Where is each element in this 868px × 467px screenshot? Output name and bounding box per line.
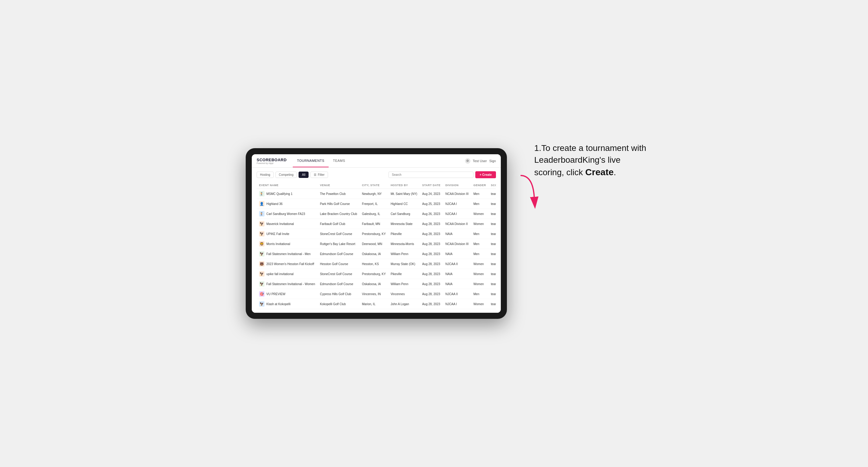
cell-division: NCAA Division III: [443, 189, 471, 199]
cell-hosted-by: Pikeville: [388, 229, 420, 239]
event-name-label: Fall Statesmen Invitational - Men: [266, 252, 311, 256]
cell-event-name: 🏌️ Carl Sandburg Women FA23: [257, 209, 317, 219]
cell-scoring: team, Stroke Play: [488, 289, 496, 299]
arrow-icon: [502, 173, 539, 209]
event-name-label: Highland 36: [266, 202, 282, 206]
cell-venue: Cypress Hills Golf Club: [317, 289, 359, 299]
cell-hosted-by: Minnesota State: [388, 219, 420, 229]
hosting-filter-btn[interactable]: Hosting: [257, 172, 274, 178]
cell-venue: Kokopelli Golf Club: [317, 299, 359, 309]
sign-label[interactable]: Sign: [489, 159, 496, 163]
cell-city-state: Vincennes, IN: [360, 289, 388, 299]
cell-hosted-by: Highland CC: [388, 199, 420, 209]
cell-start-date: Aug 26, 2023: [420, 209, 443, 219]
cell-gender: Women: [471, 269, 489, 279]
cell-hosted-by: Carl Sandburg: [388, 209, 420, 219]
cell-division: NAIA: [443, 229, 471, 239]
cell-hosted-by: Pikeville: [388, 269, 420, 279]
cell-hosted-by: William Penn: [388, 249, 420, 259]
cell-start-date: Aug 28, 2023: [420, 239, 443, 249]
cell-event-name: 🐻 2023 Women's Hesston Fall Kickoff: [257, 259, 317, 269]
col-scoring: SCORING: [488, 182, 496, 189]
cell-event-name: 🦅 Fall Statesmen Invitational - Men: [257, 249, 317, 259]
cell-city-state: Oskaloosa, IA: [360, 279, 388, 289]
cell-gender: Men: [471, 239, 489, 249]
cell-gender: Women: [471, 209, 489, 219]
table-row: 🏌️ Carl Sandburg Women FA23 Lake Bracken…: [257, 209, 496, 219]
event-icon: 🎯: [259, 291, 265, 297]
event-icon: 🦅: [259, 301, 265, 307]
gear-icon[interactable]: ⚙: [465, 158, 470, 164]
event-name-label: upike fall invitational: [266, 272, 294, 276]
event-name-label: MSMC Qualifying 1: [266, 192, 292, 195]
cell-start-date: Aug 28, 2023: [420, 289, 443, 299]
col-event-name: EVENT NAME: [257, 182, 317, 189]
cell-start-date: Aug 28, 2023: [420, 269, 443, 279]
logo-area: SCOREBOARD Powered by clippt: [257, 158, 287, 164]
col-venue: VENUE: [317, 182, 359, 189]
search-input[interactable]: [389, 172, 473, 178]
cell-hosted-by: Vincennes: [388, 289, 420, 299]
table-row: 🦅 Fall Statesmen Invitational - Women Ed…: [257, 279, 496, 289]
cell-start-date: Aug 28, 2023: [420, 249, 443, 259]
competing-filter-btn[interactable]: Competing: [276, 172, 297, 178]
cell-gender: Men: [471, 199, 489, 209]
event-icon: 🦅: [259, 271, 265, 277]
table-row: 🦁 Morris Invitational Ruttger's Bay Lake…: [257, 239, 496, 249]
cell-start-date: Aug 28, 2023: [420, 229, 443, 239]
cell-city-state: Oskaloosa, IA: [360, 249, 388, 259]
cell-city-state: Galesburg, IL: [360, 209, 388, 219]
tab-teams[interactable]: TEAMS: [329, 154, 349, 167]
col-division: DIVISION: [443, 182, 471, 189]
col-hosted-by: HOSTED BY: [388, 182, 420, 189]
cell-division: NJCAA I: [443, 199, 471, 209]
event-icon: 🏌️: [259, 191, 265, 196]
cell-start-date: Aug 28, 2023: [420, 279, 443, 289]
event-icon: 👤: [259, 201, 265, 207]
logo-sub: Powered by clippt: [257, 162, 287, 164]
annotation-text: 1.To create a tournament with Leaderboar…: [534, 142, 650, 179]
table-row: 👤 Highland 36 Park Hills Golf Course Fre…: [257, 199, 496, 209]
cell-event-name: 🎯 VU PREVIEW: [257, 289, 317, 299]
cell-scoring: team, Stroke Play: [488, 199, 496, 209]
header-right: ⚙ Test User Sign: [465, 158, 496, 164]
table-row: 🦅 upike fall invitational StoneCrest Gol…: [257, 269, 496, 279]
cell-city-state: Prestonsburg, KY: [360, 269, 388, 279]
event-icon: 🦅: [259, 231, 265, 237]
cell-city-state: Freeport, IL: [360, 199, 388, 209]
table-header-row: EVENT NAME VENUE CITY, STATE HOSTED BY S…: [257, 182, 496, 189]
cell-scoring: team, Stroke Play: [488, 229, 496, 239]
cell-gender: Women: [471, 219, 489, 229]
event-name-label: UPIKE Fall Invite: [266, 232, 289, 236]
col-gender: GENDER: [471, 182, 489, 189]
create-button[interactable]: + Create: [475, 171, 496, 178]
cell-venue: StoneCrest Golf Course: [317, 269, 359, 279]
cell-hosted-by: William Penn: [388, 279, 420, 289]
cell-city-state: Faribault, MN: [360, 219, 388, 229]
cell-division: NJCAA I: [443, 209, 471, 219]
tab-tournaments[interactable]: TOURNAMENTS: [293, 154, 329, 167]
event-name-label: Carl Sandburg Women FA23: [266, 212, 305, 216]
event-icon: 🦅: [259, 221, 265, 226]
event-icon: 🏌️: [259, 211, 265, 217]
cell-event-name: 🦁 Morris Invitational: [257, 239, 317, 249]
cell-city-state: Marion, IL: [360, 299, 388, 309]
cell-start-date: Aug 24, 2023: [420, 189, 443, 199]
cell-division: NJCAA II: [443, 289, 471, 299]
app-header: SCOREBOARD Powered by clippt TOURNAMENTS…: [252, 154, 501, 167]
filter-icon-btn[interactable]: ☰ Filter: [310, 172, 328, 178]
cell-scoring: team, Stroke Play: [488, 279, 496, 289]
cell-start-date: Aug 25, 2023: [420, 199, 443, 209]
cell-hosted-by: Minnesota-Morris: [388, 239, 420, 249]
cell-scoring: team, Stroke Play: [488, 209, 496, 219]
cell-event-name: 🦅 upike fall invitational: [257, 269, 317, 279]
cell-gender: Men: [471, 249, 489, 259]
cell-division: NJCAA I: [443, 299, 471, 309]
cell-start-date: Aug 28, 2023: [420, 299, 443, 309]
cell-division: NAIA: [443, 269, 471, 279]
cell-venue: StoneCrest Golf Course: [317, 229, 359, 239]
all-filter-btn[interactable]: All: [299, 172, 309, 178]
tournaments-table: EVENT NAME VENUE CITY, STATE HOSTED BY S…: [257, 182, 496, 309]
event-icon: 🦅: [259, 281, 265, 287]
table-row: 🦅 Klash at Kokopelli Kokopelli Golf Club…: [257, 299, 496, 309]
